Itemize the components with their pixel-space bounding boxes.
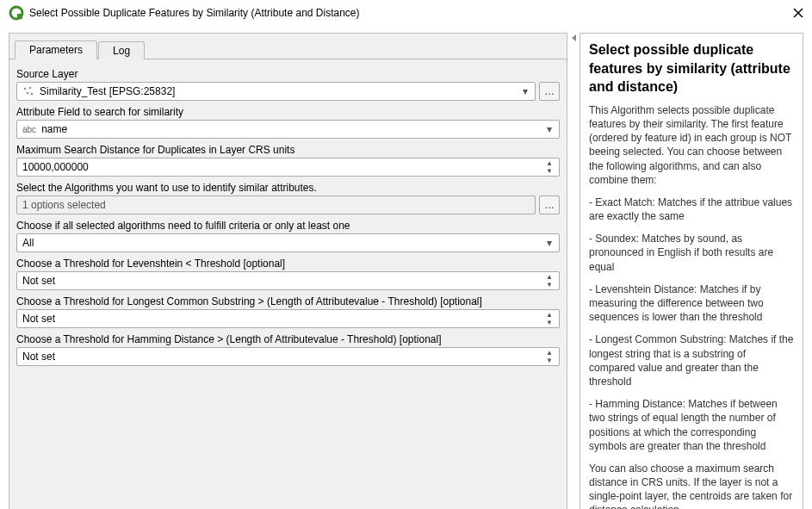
spin-buttons[interactable]: ▲ ▼: [542, 273, 557, 289]
max-dist-label: Maximum Search Distance for Duplicates i…: [16, 144, 560, 156]
tab-log[interactable]: Log: [98, 41, 145, 59]
svg-point-5: [29, 87, 31, 89]
qgis-icon: [9, 5, 24, 21]
spin-buttons[interactable]: ▲ ▼: [542, 349, 557, 364]
spin-up-icon[interactable]: ▲: [542, 273, 557, 281]
spin-down-icon[interactable]: ▼: [542, 167, 557, 175]
spin-down-icon[interactable]: ▼: [542, 281, 557, 289]
help-paragraph: - Hamming Distance: Matches if between t…: [589, 397, 794, 453]
close-icon[interactable]: [791, 6, 805, 20]
max-dist-input[interactable]: 10000,000000 ▲ ▼: [16, 158, 560, 177]
panes: Parameters Log Source Layer: [9, 33, 803, 509]
spin-down-icon[interactable]: ▼: [542, 357, 557, 364]
tabs: Parameters Log: [9, 39, 567, 59]
spin-up-icon[interactable]: ▲: [542, 349, 557, 357]
chevron-down-icon: ▾: [542, 235, 557, 251]
titlebar: Select Possible Duplicate Features by Si…: [0, 0, 812, 26]
help-paragraph: - Levenshtein Distance: Matches if by me…: [589, 282, 794, 325]
source-layer-more-button[interactable]: …: [539, 82, 560, 101]
ham-label: Choose a Threshold for Hamming Distance …: [16, 333, 560, 345]
help-paragraph: - Exact Match: Matches if the attribue v…: [589, 196, 794, 223]
chevron-down-icon: ▾: [542, 121, 557, 137]
svg-point-4: [24, 88, 26, 90]
lcs-value: Not set: [22, 313, 55, 325]
form: Source Layer Similarity_Test [EPSG:25832…: [9, 59, 567, 509]
source-layer-label: Source Layer: [16, 68, 560, 80]
attr-field-select[interactable]: abc name ▾: [16, 120, 560, 139]
fulfil-label: Choose if all selected algorithms need t…: [16, 220, 560, 232]
help-pane: Select possible duplicate features by si…: [580, 33, 803, 509]
ham-value: Not set: [22, 351, 55, 363]
lcs-input[interactable]: Not set ▲ ▼: [16, 309, 560, 328]
help-paragraph: - Soundex: Matches by sound, as pronounc…: [589, 232, 794, 274]
svg-rect-1: [17, 14, 22, 19]
svg-point-6: [27, 92, 28, 94]
fulfil-value: All: [22, 237, 34, 249]
source-layer-value: Similarity_Test [EPSG:25832]: [40, 85, 175, 97]
attr-field-value: name: [41, 123, 67, 135]
spin-buttons[interactable]: ▲ ▼: [542, 159, 557, 175]
spin-up-icon[interactable]: ▲: [542, 159, 557, 167]
algo-value: 1 options selected: [22, 199, 106, 211]
tab-parameters[interactable]: Parameters: [15, 40, 97, 59]
splitter[interactable]: [571, 33, 576, 509]
window-title: Select Possible Duplicate Features by Si…: [29, 7, 791, 19]
lev-value: Not set: [22, 275, 55, 287]
source-layer-select[interactable]: Similarity_Test [EPSG:25832] ▾: [16, 82, 536, 101]
lev-label: Choose a Threshold for Levenshtein < Thr…: [16, 258, 560, 270]
algo-more-button[interactable]: …: [539, 196, 560, 214]
svg-point-7: [31, 93, 33, 95]
chevron-down-icon: ▾: [518, 84, 533, 99]
help-paragraph: You can also choose a maximum search dis…: [589, 462, 794, 509]
point-layer-icon: [22, 85, 34, 97]
help-title: Select possible duplicate features by si…: [589, 40, 794, 96]
spin-up-icon[interactable]: ▲: [542, 311, 557, 319]
attr-field-label: Attribute Field to search for similarity: [16, 106, 560, 118]
content: Parameters Log Source Layer: [0, 26, 812, 509]
parameters-pane: Parameters Log Source Layer: [9, 33, 567, 509]
spin-buttons[interactable]: ▲ ▼: [542, 311, 557, 326]
lcs-label: Choose a Threshold for Longest Common Su…: [16, 295, 560, 307]
spin-down-icon[interactable]: ▼: [542, 319, 557, 326]
ham-input[interactable]: Not set ▲ ▼: [16, 347, 560, 366]
fulfil-select[interactable]: All ▾: [16, 233, 560, 252]
algo-label: Select the Algorithms you want to use to…: [16, 182, 560, 194]
collapse-left-icon: [572, 34, 576, 41]
algo-select[interactable]: 1 options selected: [16, 196, 536, 214]
max-dist-value: 10000,000000: [22, 161, 89, 173]
help-paragraph: This Algorithm selects possible duplicat…: [589, 103, 794, 187]
help-paragraph: - Longest Common Substring: Matches if t…: [589, 332, 794, 388]
lev-input[interactable]: Not set ▲ ▼: [16, 271, 560, 290]
text-field-icon: abc: [22, 125, 36, 134]
